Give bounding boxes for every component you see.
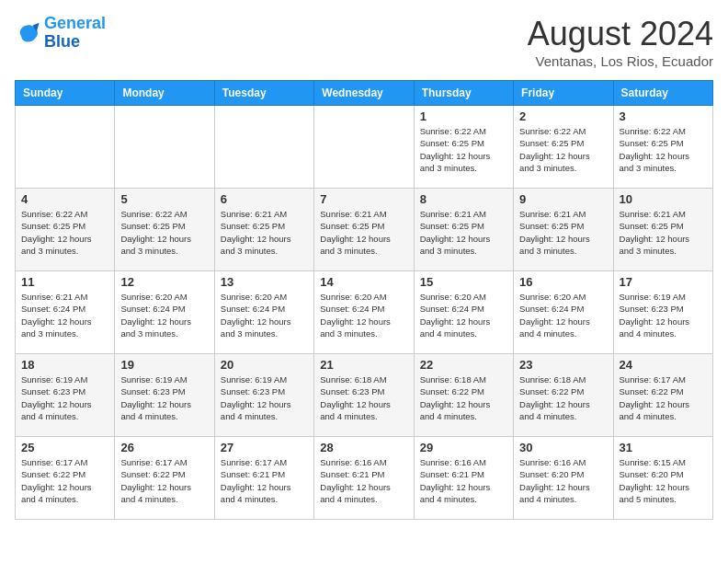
day-number: 29 xyxy=(420,441,507,454)
calendar-cell: 24Sunrise: 6:17 AM Sunset: 6:22 PM Dayli… xyxy=(613,354,712,437)
weekday-header: Thursday xyxy=(414,81,513,106)
day-number: 13 xyxy=(221,275,308,289)
day-info: Sunrise: 6:22 AM Sunset: 6:25 PM Dayligh… xyxy=(420,125,507,174)
weekday-header: Monday xyxy=(115,81,214,106)
calendar-cell: 6Sunrise: 6:21 AM Sunset: 6:25 PM Daylig… xyxy=(214,189,313,271)
calendar-cell: 17Sunrise: 6:19 AM Sunset: 6:23 PM Dayli… xyxy=(613,271,712,354)
calendar-week-row: 4Sunrise: 6:22 AM Sunset: 6:25 PM Daylig… xyxy=(16,189,713,271)
calendar-cell: 28Sunrise: 6:16 AM Sunset: 6:21 PM Dayli… xyxy=(314,437,414,520)
day-number: 11 xyxy=(21,275,108,289)
day-info: Sunrise: 6:18 AM Sunset: 6:22 PM Dayligh… xyxy=(420,373,507,422)
calendar-cell: 31Sunrise: 6:15 AM Sunset: 6:20 PM Dayli… xyxy=(613,437,712,520)
day-number: 4 xyxy=(21,192,108,206)
calendar-cell: 23Sunrise: 6:18 AM Sunset: 6:22 PM Dayli… xyxy=(514,354,613,437)
weekday-header: Wednesday xyxy=(314,81,414,106)
calendar-cell: 16Sunrise: 6:20 AM Sunset: 6:24 PM Dayli… xyxy=(514,271,613,354)
day-number: 18 xyxy=(21,358,108,372)
calendar-week-row: 18Sunrise: 6:19 AM Sunset: 6:23 PM Dayli… xyxy=(16,354,713,437)
calendar-cell: 3Sunrise: 6:22 AM Sunset: 6:25 PM Daylig… xyxy=(613,106,712,189)
calendar-cell: 12Sunrise: 6:20 AM Sunset: 6:24 PM Dayli… xyxy=(115,271,214,354)
calendar-week-row: 11Sunrise: 6:21 AM Sunset: 6:24 PM Dayli… xyxy=(16,271,713,354)
day-info: Sunrise: 6:16 AM Sunset: 6:21 PM Dayligh… xyxy=(420,456,507,505)
calendar-cell: 14Sunrise: 6:20 AM Sunset: 6:24 PM Dayli… xyxy=(314,271,414,354)
day-info: Sunrise: 6:17 AM Sunset: 6:22 PM Dayligh… xyxy=(120,456,208,505)
day-info: Sunrise: 6:20 AM Sunset: 6:24 PM Dayligh… xyxy=(519,291,607,339)
day-number: 25 xyxy=(21,441,108,454)
day-info: Sunrise: 6:17 AM Sunset: 6:22 PM Dayligh… xyxy=(21,456,108,505)
calendar-cell: 25Sunrise: 6:17 AM Sunset: 6:22 PM Dayli… xyxy=(16,437,115,520)
day-info: Sunrise: 6:18 AM Sunset: 6:22 PM Dayligh… xyxy=(519,373,607,422)
day-number: 31 xyxy=(620,441,707,454)
day-number: 20 xyxy=(221,358,308,372)
day-info: Sunrise: 6:22 AM Sunset: 6:25 PM Dayligh… xyxy=(620,125,707,174)
day-info: Sunrise: 6:20 AM Sunset: 6:24 PM Dayligh… xyxy=(420,291,507,339)
location: Ventanas, Los Rios, Ecuador xyxy=(528,53,713,69)
day-info: Sunrise: 6:21 AM Sunset: 6:25 PM Dayligh… xyxy=(620,208,707,257)
day-info: Sunrise: 6:17 AM Sunset: 6:21 PM Dayligh… xyxy=(221,456,308,505)
day-info: Sunrise: 6:19 AM Sunset: 6:23 PM Dayligh… xyxy=(21,373,108,422)
calendar-cell: 13Sunrise: 6:20 AM Sunset: 6:24 PM Dayli… xyxy=(214,271,313,354)
day-number: 10 xyxy=(620,192,707,206)
day-info: Sunrise: 6:22 AM Sunset: 6:25 PM Dayligh… xyxy=(120,208,208,257)
logo: General Blue xyxy=(15,15,106,52)
calendar-table: SundayMondayTuesdayWednesdayThursdayFrid… xyxy=(15,80,713,520)
calendar-week-row: 1Sunrise: 6:22 AM Sunset: 6:25 PM Daylig… xyxy=(16,106,713,189)
day-info: Sunrise: 6:17 AM Sunset: 6:22 PM Dayligh… xyxy=(620,373,707,422)
calendar-cell: 7Sunrise: 6:21 AM Sunset: 6:25 PM Daylig… xyxy=(314,189,414,271)
day-number: 21 xyxy=(320,358,407,372)
logo-text: General Blue xyxy=(44,15,106,52)
calendar-cell: 20Sunrise: 6:19 AM Sunset: 6:23 PM Dayli… xyxy=(214,354,313,437)
day-info: Sunrise: 6:15 AM Sunset: 6:20 PM Dayligh… xyxy=(620,456,707,505)
day-number: 9 xyxy=(519,192,607,206)
day-number: 14 xyxy=(320,275,407,289)
day-number: 30 xyxy=(519,441,607,454)
calendar-cell: 18Sunrise: 6:19 AM Sunset: 6:23 PM Dayli… xyxy=(16,354,115,437)
day-info: Sunrise: 6:19 AM Sunset: 6:23 PM Dayligh… xyxy=(221,373,308,422)
day-info: Sunrise: 6:22 AM Sunset: 6:25 PM Dayligh… xyxy=(519,125,607,174)
page-header: General Blue August 2024 Ventanas, Los R… xyxy=(15,15,713,69)
day-number: 17 xyxy=(620,275,707,289)
calendar-cell: 15Sunrise: 6:20 AM Sunset: 6:24 PM Dayli… xyxy=(414,271,513,354)
weekday-header: Saturday xyxy=(613,81,712,106)
day-info: Sunrise: 6:21 AM Sunset: 6:25 PM Dayligh… xyxy=(320,208,407,257)
calendar-cell xyxy=(214,106,313,189)
day-number: 1 xyxy=(420,109,507,123)
calendar-week-row: 25Sunrise: 6:17 AM Sunset: 6:22 PM Dayli… xyxy=(16,437,713,520)
day-number: 3 xyxy=(620,109,707,123)
day-number: 23 xyxy=(519,358,607,372)
calendar-cell xyxy=(16,106,115,189)
day-number: 26 xyxy=(120,441,208,454)
day-number: 28 xyxy=(320,441,407,454)
day-info: Sunrise: 6:19 AM Sunset: 6:23 PM Dayligh… xyxy=(620,291,707,339)
day-number: 16 xyxy=(519,275,607,289)
day-info: Sunrise: 6:22 AM Sunset: 6:25 PM Dayligh… xyxy=(21,208,108,257)
calendar-cell: 30Sunrise: 6:16 AM Sunset: 6:20 PM Dayli… xyxy=(514,437,613,520)
calendar-cell: 19Sunrise: 6:19 AM Sunset: 6:23 PM Dayli… xyxy=(115,354,214,437)
logo-icon xyxy=(15,20,40,46)
day-number: 6 xyxy=(221,192,308,206)
day-number: 27 xyxy=(221,441,308,454)
calendar-cell: 26Sunrise: 6:17 AM Sunset: 6:22 PM Dayli… xyxy=(115,437,214,520)
weekday-header: Tuesday xyxy=(214,81,313,106)
weekday-header: Sunday xyxy=(16,81,115,106)
month-year: August 2024 xyxy=(528,15,713,53)
day-info: Sunrise: 6:18 AM Sunset: 6:23 PM Dayligh… xyxy=(320,373,407,422)
weekday-header-row: SundayMondayTuesdayWednesdayThursdayFrid… xyxy=(16,81,713,106)
calendar-cell: 22Sunrise: 6:18 AM Sunset: 6:22 PM Dayli… xyxy=(414,354,513,437)
calendar-cell: 21Sunrise: 6:18 AM Sunset: 6:23 PM Dayli… xyxy=(314,354,414,437)
day-info: Sunrise: 6:21 AM Sunset: 6:24 PM Dayligh… xyxy=(21,291,108,339)
day-number: 8 xyxy=(420,192,507,206)
calendar-cell xyxy=(115,106,214,189)
day-number: 5 xyxy=(120,192,208,206)
day-number: 19 xyxy=(120,358,208,372)
calendar-cell: 10Sunrise: 6:21 AM Sunset: 6:25 PM Dayli… xyxy=(613,189,712,271)
calendar-cell: 8Sunrise: 6:21 AM Sunset: 6:25 PM Daylig… xyxy=(414,189,513,271)
calendar-cell: 9Sunrise: 6:21 AM Sunset: 6:25 PM Daylig… xyxy=(514,189,613,271)
calendar-cell: 29Sunrise: 6:16 AM Sunset: 6:21 PM Dayli… xyxy=(414,437,513,520)
day-info: Sunrise: 6:16 AM Sunset: 6:21 PM Dayligh… xyxy=(320,456,407,505)
day-info: Sunrise: 6:20 AM Sunset: 6:24 PM Dayligh… xyxy=(221,291,308,339)
day-number: 22 xyxy=(420,358,507,372)
day-info: Sunrise: 6:21 AM Sunset: 6:25 PM Dayligh… xyxy=(221,208,308,257)
day-info: Sunrise: 6:21 AM Sunset: 6:25 PM Dayligh… xyxy=(420,208,507,257)
calendar-cell: 2Sunrise: 6:22 AM Sunset: 6:25 PM Daylig… xyxy=(514,106,613,189)
